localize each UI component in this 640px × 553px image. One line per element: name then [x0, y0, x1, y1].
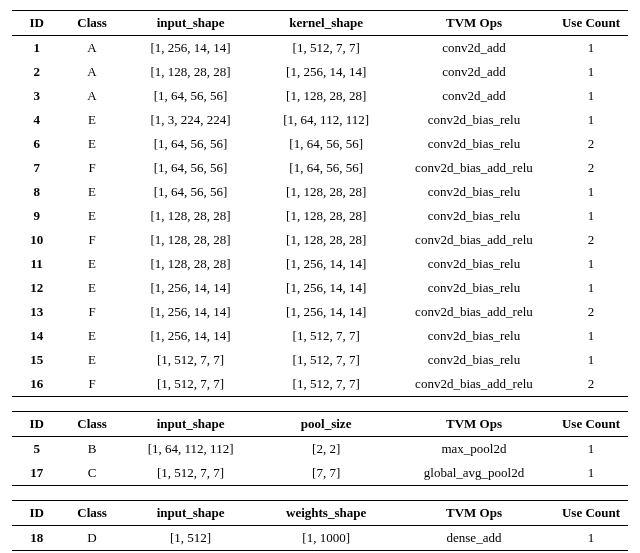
table-3: IDClassinput_shapeweights_shapeTVM OpsUs… — [12, 500, 628, 551]
cell-input-shape: [1, 128, 28, 28] — [123, 204, 259, 228]
table-2: IDClassinput_shapepool_sizeTVM OpsUse Co… — [12, 411, 628, 486]
cell-use-count: 1 — [554, 204, 628, 228]
cell-use-count: 1 — [554, 180, 628, 204]
cell-ops: conv2d_bias_relu — [394, 132, 554, 156]
cell-ops: conv2d_add — [394, 84, 554, 108]
cell-use-count: 1 — [554, 252, 628, 276]
header-id: ID — [12, 11, 61, 36]
cell-misc: [1, 64, 56, 56] — [258, 156, 394, 180]
cell-misc: [1, 128, 28, 28] — [258, 204, 394, 228]
cell-use-count: 1 — [554, 348, 628, 372]
table-row: 12E[1, 256, 14, 14][1, 256, 14, 14]conv2… — [12, 276, 628, 300]
cell-class: A — [61, 36, 123, 61]
header-use-count: Use Count — [554, 412, 628, 437]
cell-ops: conv2d_bias_relu — [394, 348, 554, 372]
cell-ops: conv2d_bias_relu — [394, 108, 554, 132]
cell-id: 7 — [12, 156, 61, 180]
cell-class: E — [61, 324, 123, 348]
table-row: 17C[1, 512, 7, 7][7, 7]global_avg_pool2d… — [12, 461, 628, 486]
data-table: IDClassinput_shapekernel_shapeTVM OpsUse… — [12, 10, 628, 397]
header-row: IDClassinput_shapekernel_shapeTVM OpsUse… — [12, 11, 628, 36]
cell-misc: [1, 256, 14, 14] — [258, 300, 394, 324]
table-row: 13F[1, 256, 14, 14][1, 256, 14, 14]conv2… — [12, 300, 628, 324]
cell-id: 6 — [12, 132, 61, 156]
cell-id: 10 — [12, 228, 61, 252]
cell-ops: conv2d_add — [394, 60, 554, 84]
header-misc: kernel_shape — [258, 11, 394, 36]
cell-input-shape: [1, 256, 14, 14] — [123, 324, 259, 348]
cell-use-count: 1 — [554, 60, 628, 84]
cell-misc: [1, 128, 28, 28] — [258, 84, 394, 108]
tables-root: IDClassinput_shapekernel_shapeTVM OpsUse… — [12, 10, 628, 551]
header-id: ID — [12, 412, 61, 437]
cell-class: E — [61, 132, 123, 156]
cell-class: F — [61, 228, 123, 252]
cell-misc: [7, 7] — [258, 461, 394, 486]
cell-class: E — [61, 276, 123, 300]
header-misc: pool_size — [258, 412, 394, 437]
cell-class: E — [61, 252, 123, 276]
table-row: 8E[1, 64, 56, 56][1, 128, 28, 28]conv2d_… — [12, 180, 628, 204]
header-use-count: Use Count — [554, 11, 628, 36]
cell-input-shape: [1, 128, 28, 28] — [123, 252, 259, 276]
cell-use-count: 1 — [554, 324, 628, 348]
header-input-shape: input_shape — [123, 412, 259, 437]
cell-misc: [1, 256, 14, 14] — [258, 276, 394, 300]
cell-id: 13 — [12, 300, 61, 324]
cell-id: 18 — [12, 526, 61, 551]
table-1: IDClassinput_shapekernel_shapeTVM OpsUse… — [12, 10, 628, 397]
cell-ops: conv2d_bias_relu — [394, 324, 554, 348]
data-table: IDClassinput_shapepool_sizeTVM OpsUse Co… — [12, 411, 628, 486]
cell-misc: [1, 1000] — [258, 526, 394, 551]
header-row: IDClassinput_shapeweights_shapeTVM OpsUs… — [12, 501, 628, 526]
cell-misc: [1, 512, 7, 7] — [258, 372, 394, 397]
cell-class: F — [61, 300, 123, 324]
header-misc: weights_shape — [258, 501, 394, 526]
table-row: 16F[1, 512, 7, 7][1, 512, 7, 7]conv2d_bi… — [12, 372, 628, 397]
cell-id: 5 — [12, 437, 61, 462]
cell-use-count: 1 — [554, 526, 628, 551]
cell-input-shape: [1, 64, 56, 56] — [123, 132, 259, 156]
cell-input-shape: [1, 128, 28, 28] — [123, 60, 259, 84]
cell-use-count: 1 — [554, 461, 628, 486]
cell-ops: conv2d_bias_relu — [394, 180, 554, 204]
table-row: 18D[1, 512][1, 1000]dense_add1 — [12, 526, 628, 551]
cell-use-count: 1 — [554, 36, 628, 61]
cell-input-shape: [1, 256, 14, 14] — [123, 36, 259, 61]
header-ops: TVM Ops — [394, 501, 554, 526]
cell-id: 3 — [12, 84, 61, 108]
cell-class: E — [61, 348, 123, 372]
table-row: 10F[1, 128, 28, 28][1, 128, 28, 28]conv2… — [12, 228, 628, 252]
header-class: Class — [61, 501, 123, 526]
header-input-shape: input_shape — [123, 11, 259, 36]
cell-misc: [1, 256, 14, 14] — [258, 252, 394, 276]
cell-id: 17 — [12, 461, 61, 486]
cell-use-count: 2 — [554, 132, 628, 156]
cell-id: 14 — [12, 324, 61, 348]
cell-input-shape: [1, 64, 56, 56] — [123, 156, 259, 180]
table-row: 4E[1, 3, 224, 224][1, 64, 112, 112]conv2… — [12, 108, 628, 132]
header-ops: TVM Ops — [394, 11, 554, 36]
header-row: IDClassinput_shapepool_sizeTVM OpsUse Co… — [12, 412, 628, 437]
cell-id: 1 — [12, 36, 61, 61]
cell-use-count: 2 — [554, 372, 628, 397]
cell-ops: conv2d_bias_add_relu — [394, 300, 554, 324]
cell-input-shape: [1, 256, 14, 14] — [123, 300, 259, 324]
table-row: 14E[1, 256, 14, 14][1, 512, 7, 7]conv2d_… — [12, 324, 628, 348]
header-input-shape: input_shape — [123, 501, 259, 526]
cell-misc: [1, 128, 28, 28] — [258, 228, 394, 252]
cell-ops: conv2d_bias_add_relu — [394, 156, 554, 180]
cell-misc: [1, 256, 14, 14] — [258, 60, 394, 84]
cell-ops: conv2d_bias_add_relu — [394, 372, 554, 397]
cell-class: A — [61, 84, 123, 108]
table-row: 3A[1, 64, 56, 56][1, 128, 28, 28]conv2d_… — [12, 84, 628, 108]
cell-class: E — [61, 204, 123, 228]
cell-id: 8 — [12, 180, 61, 204]
cell-ops: max_pool2d — [394, 437, 554, 462]
cell-input-shape: [1, 64, 112, 112] — [123, 437, 259, 462]
cell-misc: [1, 64, 112, 112] — [258, 108, 394, 132]
table-row: 6E[1, 64, 56, 56][1, 64, 56, 56]conv2d_b… — [12, 132, 628, 156]
cell-input-shape: [1, 512, 7, 7] — [123, 348, 259, 372]
cell-input-shape: [1, 64, 56, 56] — [123, 84, 259, 108]
cell-ops: conv2d_bias_relu — [394, 276, 554, 300]
